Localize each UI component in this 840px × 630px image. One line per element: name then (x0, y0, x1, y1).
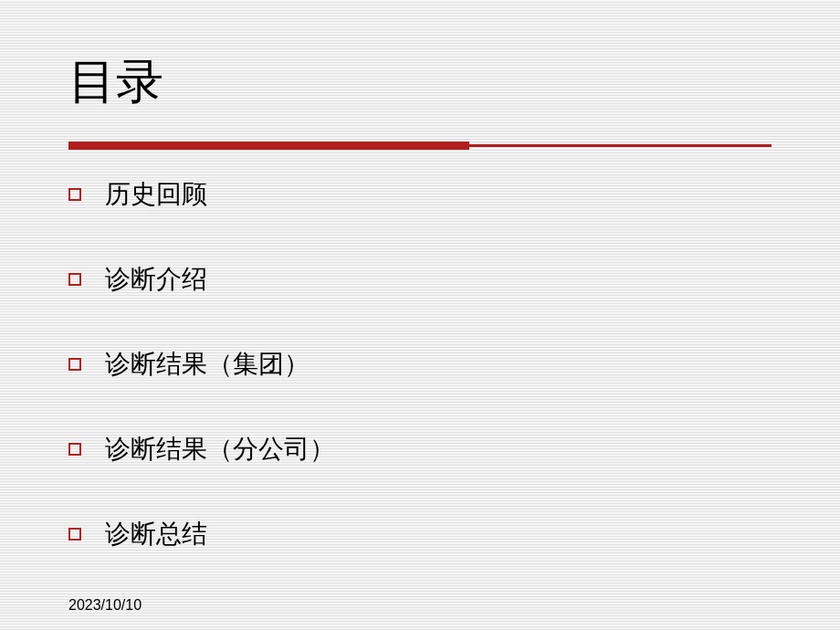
bullet-square-icon (68, 188, 81, 201)
toc-item-label: 诊断总结 (105, 517, 207, 551)
divider-thick-line (68, 142, 469, 150)
bullet-square-icon (68, 443, 81, 456)
toc-item: 历史回顾 (68, 177, 772, 212)
toc-item-label: 诊断结果（集团） (105, 347, 310, 382)
bullet-square-icon (68, 273, 81, 286)
footer-date: 2023/10/10 (68, 597, 142, 614)
bullet-square-icon (68, 528, 81, 541)
toc-item: 诊断结果（集团） (68, 347, 772, 382)
toc-item: 诊断结果（分公司） (68, 432, 772, 467)
toc-item: 诊断总结 (68, 517, 772, 551)
toc-list: 历史回顾 诊断介绍 诊断结果（集团） 诊断结果（分公司） 诊断总结 (68, 177, 772, 551)
toc-item-label: 诊断结果（分公司） (105, 432, 335, 467)
toc-item-label: 诊断介绍 (105, 262, 207, 297)
bullet-square-icon (68, 358, 81, 371)
slide-container: 目录 历史回顾 诊断介绍 诊断结果（集团） 诊断结果（分公司） 诊断总结 202… (0, 0, 840, 630)
slide-title: 目录 (68, 50, 772, 114)
toc-item: 诊断介绍 (68, 262, 772, 297)
toc-item-label: 历史回顾 (105, 177, 207, 212)
title-divider (68, 142, 772, 150)
